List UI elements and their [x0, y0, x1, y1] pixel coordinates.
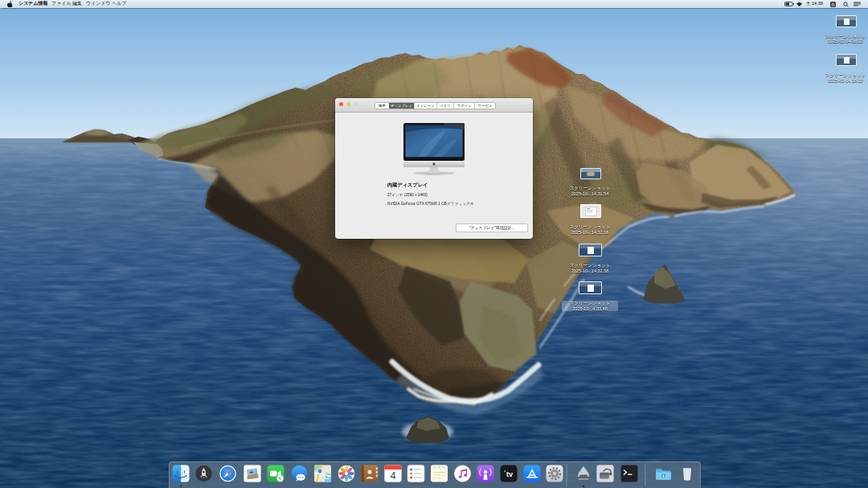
svg-text:4: 4 [391, 470, 396, 482]
svg-text:tv: tv [506, 470, 513, 478]
